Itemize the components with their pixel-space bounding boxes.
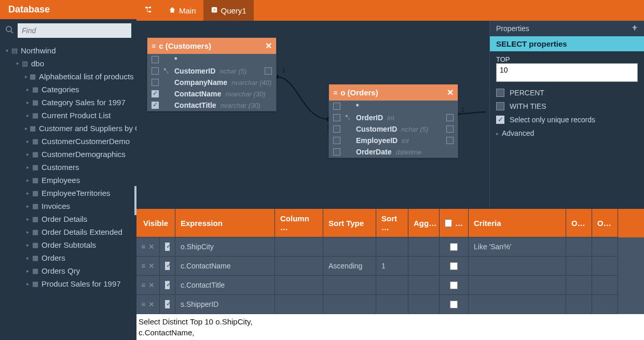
menu-icon[interactable]: ≡: [152, 42, 156, 50]
cell-sorttype[interactable]: Ascending: [323, 257, 376, 276]
column-row[interactable]: ContactNamenvarchar (30): [147, 88, 276, 100]
relation-handle[interactable]: [446, 137, 454, 144]
search-input[interactable]: [18, 23, 131, 38]
delete-icon[interactable]: ✕: [148, 300, 155, 308]
table-card-customers[interactable]: ≡ c (Customers) ✕ *CustomerIDnchar (5)Co…: [147, 37, 277, 111]
drag-icon[interactable]: ≡: [141, 281, 145, 289]
checkbox-icon[interactable]: [450, 301, 458, 308]
tree-table-item[interactable]: ▸▦CustomerDemographics: [0, 148, 136, 161]
advanced-toggle[interactable]: ▸ Advanced: [496, 129, 638, 137]
grid-header-or[interactable]: O…: [566, 209, 592, 237]
checkbox-checked-icon[interactable]: [152, 102, 159, 109]
column-row[interactable]: CompanyNamenvarchar (40): [147, 77, 276, 88]
card-header[interactable]: ≡ o (Orders) ✕: [329, 84, 458, 101]
checkbox-icon[interactable]: [445, 219, 452, 227]
relation-handle[interactable]: [446, 114, 454, 121]
pin-icon[interactable]: [632, 24, 638, 33]
query-canvas[interactable]: 1 ∞ 1 ≡ c (Customers) ✕ *CustomerIDnchar…: [136, 21, 644, 209]
checkbox-icon[interactable]: [152, 79, 159, 86]
tree-table-item[interactable]: ▸▦Product Sales for 1997: [0, 277, 136, 290]
unique-checkbox-row[interactable]: Select only unique records: [496, 116, 638, 124]
visible-checkbox-checked-icon[interactable]: [165, 243, 170, 251]
database-tree[interactable]: ▾ ▤ Northwind ▾ ▥ dbo ▸▦Alphabetical lis…: [0, 42, 136, 340]
checkbox-icon[interactable]: [450, 243, 458, 251]
checkbox-icon[interactable]: [333, 137, 340, 144]
tree-table-item[interactable]: ▸▦Order Details Extended: [0, 225, 136, 238]
tree-schema-dbo[interactable]: ▾ ▥ dbo: [0, 57, 136, 70]
cell-sorttype[interactable]: [323, 295, 376, 314]
grid-header-sortorder[interactable]: Sort …: [376, 209, 408, 237]
cell-or[interactable]: [592, 237, 618, 257]
tree-table-item[interactable]: ▸▦Order Subtotals: [0, 238, 136, 251]
cell-or[interactable]: [592, 295, 618, 314]
horizontal-splitter[interactable]: [136, 208, 644, 209]
cell-columnname[interactable]: [275, 295, 323, 314]
cell-grouping[interactable]: [440, 237, 469, 257]
grid-header-column[interactable]: Column …: [275, 209, 323, 237]
cell-sorttype[interactable]: [323, 237, 376, 257]
column-row[interactable]: *: [147, 54, 276, 65]
cell-grouping[interactable]: [440, 257, 469, 276]
visible-checkbox-checked-icon[interactable]: [165, 281, 170, 289]
cell-sortorder[interactable]: [376, 276, 408, 295]
cell-aggregate[interactable]: [408, 237, 440, 257]
tree-table-item[interactable]: ▸▦EmployeeTerritories: [0, 187, 136, 200]
checkbox-icon[interactable]: [333, 125, 340, 133]
cell-criteria[interactable]: [469, 295, 566, 314]
column-row[interactable]: *: [329, 101, 458, 112]
visible-checkbox-checked-icon[interactable]: [165, 300, 170, 308]
tree-table-item[interactable]: ▸▦Invoices: [0, 200, 136, 212]
relation-handle[interactable]: [265, 67, 272, 75]
cell-columnname[interactable]: [275, 257, 323, 276]
column-row[interactable]: EmployeeIDint: [329, 135, 458, 146]
grid-header-grouping[interactable]: …: [440, 209, 469, 237]
percent-checkbox-row[interactable]: PERCENT: [496, 89, 638, 97]
sql-output[interactable]: Select Distinct Top 10 o.ShipCity, c.Con…: [136, 314, 644, 340]
checkbox-icon[interactable]: [152, 67, 159, 75]
cell-grouping[interactable]: [440, 295, 469, 314]
cell-expression[interactable]: o.ShipCity: [175, 237, 275, 257]
cell-expression[interactable]: s.ShipperID: [175, 295, 275, 314]
cell-aggregate[interactable]: [408, 276, 440, 295]
checkbox-checked-icon[interactable]: [496, 116, 504, 124]
cell-or[interactable]: [566, 295, 592, 314]
checkbox-icon[interactable]: [496, 89, 504, 97]
grid-header-expression[interactable]: Expression: [175, 209, 275, 237]
tab-main[interactable]: Main: [161, 0, 203, 21]
grid-row[interactable]: ≡ ✕ s.ShipperID: [136, 295, 644, 314]
tree-table-item[interactable]: ▸▦Orders Qry: [0, 264, 136, 277]
cell-or[interactable]: [592, 276, 618, 295]
tree-table-item[interactable]: ▸▦Employees: [0, 174, 136, 187]
cell-sortorder[interactable]: [376, 237, 408, 257]
cell-grouping[interactable]: [440, 276, 469, 295]
close-icon[interactable]: ✕: [447, 88, 454, 97]
top-input[interactable]: 10: [496, 63, 638, 82]
cell-criteria[interactable]: [469, 276, 566, 295]
column-row[interactable]: ContactTitlenvarchar (30): [147, 100, 276, 111]
column-row[interactable]: OrderIDint: [329, 112, 458, 123]
cell-columnname[interactable]: [275, 237, 323, 257]
relation-handle[interactable]: [446, 125, 454, 133]
withties-checkbox-row[interactable]: WITH TIES: [496, 102, 638, 110]
cell-aggregate[interactable]: [408, 257, 440, 276]
cell-sortorder[interactable]: [376, 295, 408, 314]
delete-icon[interactable]: ✕: [148, 243, 155, 251]
grid-header-sorttype[interactable]: Sort Type: [323, 209, 376, 237]
close-icon[interactable]: ✕: [265, 41, 272, 51]
tab-structure-button[interactable]: [136, 0, 161, 21]
card-header[interactable]: ≡ c (Customers) ✕: [147, 38, 276, 54]
delete-icon[interactable]: ✕: [148, 281, 155, 289]
cell-aggregate[interactable]: [408, 295, 440, 314]
menu-icon[interactable]: ≡: [333, 89, 337, 97]
tree-table-item[interactable]: ▸▦Customer and Suppliers by C: [0, 122, 136, 135]
drag-icon[interactable]: ≡: [141, 262, 145, 270]
table-card-orders[interactable]: ≡ o (Orders) ✕ *OrderIDintCustomerIDncha…: [328, 84, 458, 158]
tree-table-item[interactable]: ▸▦Alphabetical list of products: [0, 70, 136, 83]
checkbox-icon[interactable]: [450, 262, 458, 270]
cell-or[interactable]: [592, 257, 618, 276]
grid-row[interactable]: ≡ ✕ c.ContactName Ascending 1: [136, 257, 644, 276]
grid-header-aggregate[interactable]: Agg…: [408, 209, 440, 237]
tree-table-item[interactable]: ▸▦Order Details: [0, 212, 136, 225]
cell-or[interactable]: [566, 276, 592, 295]
tree-table-item[interactable]: ▸▦Category Sales for 1997: [0, 96, 136, 109]
